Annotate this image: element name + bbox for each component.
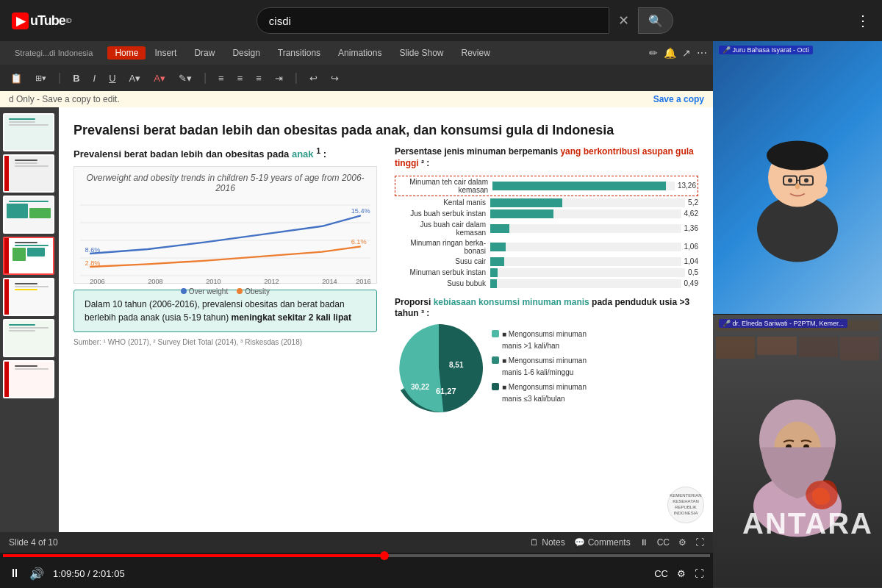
time-display: 1:09:50 / 2:01:05 [53,568,125,579]
ppt-bell-icon[interactable]: 🔔 [664,47,676,59]
tab-slideshow[interactable]: Slide Show [390,45,452,61]
tab-insert[interactable]: Insert [146,45,185,61]
pie-container: ■ Mengonsumsi minumanmanis >1 kali/han ■… [395,324,698,412]
bar-value-1: 13,26 [678,182,696,190]
tab-design[interactable]: Design [223,45,268,61]
notes-button[interactable]: 🗒 Notes [530,537,564,548]
cam1-person-svg [713,41,882,314]
tab-home[interactable]: Home [107,46,146,60]
tab-animations[interactable]: Animations [329,45,390,61]
tb-redo[interactable]: ↪ [326,71,343,85]
ppt-more-icon[interactable]: ⋯ [697,47,707,59]
bar-row-2: Kental manis 5,2 [395,198,698,207]
fullscreen-video-button[interactable]: ⛶ [695,568,704,579]
yt-menu-icon[interactable]: ⋮ [841,12,870,29]
bar-row-5: Minuman ringan berka-bonasi 1,06 [395,239,698,255]
volume-button[interactable]: 🔊 [29,567,44,581]
play-pause-button[interactable]: ⏸ [9,567,21,580]
tb-italic[interactable]: I [89,71,101,85]
legend-item-2: ■ Mengonsumsi minumanmanis 1-6 kali/ming… [492,355,587,379]
slide-thumb-5[interactable] [3,278,54,316]
bar-fill-7 [490,268,498,277]
bar-title-red: yang berkontribusi asupan gula tinggi [395,146,694,168]
tb-highlight[interactable]: ✎▾ [174,71,196,85]
tb-divider1: | [58,71,61,85]
source-text: Sumber: ¹ WHO (2017), ² Survey Diet Tota… [74,338,377,346]
bar-track-7 [490,268,685,277]
cc-video-button[interactable]: CC [654,568,668,579]
progress-bar-track[interactable] [3,554,710,557]
youtube-logo[interactable]: ▶ uTube ID [12,12,71,29]
ppt-slide-area: Prevalensi berat badan lebih dan obesita… [0,107,713,532]
right-sidebar: 🎤 Juru Bahasa Isyarat - Octi [713,41,882,588]
slide-thumb-1[interactable] [3,113,54,151]
settings-btn[interactable]: ⚙ [678,537,686,548]
ppt-edit-icon[interactable]: ✏ [649,47,658,59]
settings-video-button[interactable]: ⚙ [677,568,686,579]
tb-font-size[interactable]: A▾ [125,71,146,85]
slide-thumb-6[interactable] [3,319,54,357]
comments-button[interactable]: 💬 Comments [574,537,631,548]
tb-underline[interactable]: U [104,71,120,85]
pause-presentation-btn[interactable]: ⏸ [639,537,648,548]
bar-label-4: Jus buah cair dalam kemasan [395,220,490,237]
fullscreen-btn[interactable]: ⛶ [695,537,704,548]
slide-thumb-3[interactable] [3,196,54,234]
bar-track-2 [490,198,685,207]
trend-chart: Overweight and obesity trends in childre… [74,166,377,284]
progress-bar-fill [3,554,384,557]
readonly-bar: d Only - Save a copy to edit. Save a cop… [0,91,713,107]
current-time: 1:09:50 [53,568,85,579]
bar-value-2: 5,2 [688,198,698,207]
pie-section: Proporsi kebiasaan konsumsi minuman mani… [395,297,698,412]
tab-transitions[interactable]: Transitions [269,45,329,61]
tb-align-right[interactable]: ≡ [251,71,266,85]
legend-color-3 [492,383,499,390]
total-time: 2:01:05 [93,568,124,579]
tb-clipboard[interactable]: 📋 [6,71,26,85]
tb-paste[interactable]: ⊞▾ [31,72,51,85]
bar-value-5: 1,06 [684,243,698,251]
svg-point-22 [804,179,808,183]
tab-review[interactable]: Review [452,45,498,61]
chart-legend: Over weight Obesity [80,287,370,295]
tb-indent[interactable]: ⇥ [270,71,287,85]
search-input[interactable] [257,15,609,27]
search-clear-icon[interactable]: ✕ [612,12,635,29]
progress-handle[interactable] [380,551,389,560]
save-copy-button[interactable]: Save a copy [653,94,704,104]
tb-undo[interactable]: ↩ [305,71,322,85]
bar-label-2: Kental manis [395,198,490,207]
bar-fill-5 [490,243,506,251]
tb-font-color[interactable]: A▾ [149,71,170,85]
summary-strong: meningkat sekitar 2 kali lipat [231,312,351,323]
tb-align-left[interactable]: ≡ [214,71,229,85]
search-button[interactable]: 🔍 [638,7,673,34]
tb-align-center[interactable]: ≡ [233,71,248,85]
cc-btn[interactable]: CC [657,537,670,548]
notes-icon: 🗒 [530,537,539,548]
slide-thumb-4[interactable] [3,237,54,275]
bar-label-8: Susu bubuk [395,279,490,287]
bar-fill-4 [490,224,509,233]
legend-text-1: ■ Mengonsumsi minumanmanis >1 kali/han [502,329,587,352]
bar-value-8: 0,49 [684,279,698,287]
notes-label: Notes [542,537,564,548]
tb-bold[interactable]: B [68,71,84,85]
svg-text:2012: 2012 [264,278,279,284]
tab-draw[interactable]: Draw [185,45,223,61]
yt-logo-sup: ID [66,17,71,24]
bar-label-5: Minuman ringan berka-bonasi [395,239,490,255]
yt-logo-icon: ▶ [12,12,29,29]
left-section-heading: Prevalensi berat badan lebih dan obesita… [74,146,377,159]
slide-thumb-2[interactable] [3,154,54,193]
ppt-tab-bar: Strategi...di Indonesia Home Insert Draw… [0,41,713,65]
bar-track-4 [490,224,681,233]
ppt-share-icon[interactable]: ↗ [682,47,691,59]
readonly-text: d Only - Save a copy to edit. [9,94,120,104]
svg-text:2016: 2016 [356,278,370,284]
heading-anak: anak [292,149,314,160]
slide-thumb-7[interactable] [3,360,54,398]
bar-row-8: Susu bubuk 0,49 [395,279,698,288]
bar-label-7: Minuman serbuk instan [395,268,490,276]
